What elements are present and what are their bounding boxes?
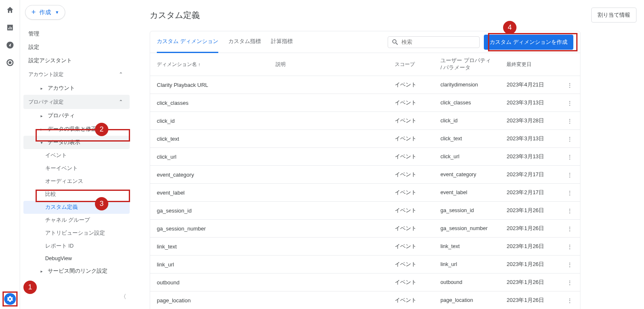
sidebar-subitem-比較[interactable]: 比較 [23, 188, 130, 201]
sidebar-subitem-DebugView[interactable]: DebugView [23, 253, 130, 264]
plus-icon: + [31, 8, 36, 17]
cell-name: click_url [150, 148, 269, 166]
nav-rail [0, 0, 20, 309]
sidebar-subitem-カスタム定義[interactable]: カスタム定義 [23, 201, 130, 214]
create-dimension-button[interactable]: カスタム ディメンションを作成 [484, 35, 573, 50]
cell-name: click_text [150, 130, 269, 148]
cell-desc [269, 202, 388, 220]
annotation-badge-4: 4 [503, 21, 516, 34]
cell-prop: click_text [434, 130, 500, 148]
sidebar-item-1[interactable]: 設定 [23, 41, 130, 54]
home-icon[interactable] [5, 5, 15, 15]
sidebar-subitem-レポート ID[interactable]: レポート ID [23, 240, 130, 253]
tab-calculated-metrics[interactable]: 計算指標 [271, 31, 293, 53]
col-header-property[interactable]: ユーザー プロパティ / パラメータ [434, 53, 500, 76]
advertising-icon[interactable] [5, 58, 15, 68]
cell-name: click_id [150, 112, 269, 130]
cell-scope: イベント [388, 274, 434, 291]
row-menu-icon[interactable]: ⋮ [560, 202, 580, 220]
caret-down-icon: ▼ [55, 10, 59, 15]
table-row: link_text イベント link_text 2023年1月26日 ⋮ [150, 238, 580, 256]
search-box[interactable] [388, 36, 480, 48]
sidebar-subitem-キーイベント[interactable]: キーイベント [23, 162, 130, 175]
chevron-up-icon: ⌃ [117, 98, 125, 106]
sidebar-subitem-オーディエンス[interactable]: オーディエンス [23, 175, 130, 188]
chevron-up-icon: ⌃ [117, 71, 125, 78]
table-row: click_url イベント click_url 2023年3月13日 ⋮ [150, 148, 580, 166]
sidebar-item-property[interactable]: ▸プロパティ [23, 109, 130, 122]
create-button[interactable]: + 作成 ▼ [25, 5, 65, 20]
table-row: page_location イベント page_location 2023年1月… [150, 291, 580, 309]
row-menu-icon[interactable]: ⋮ [560, 130, 580, 148]
cell-name: page_location [150, 291, 269, 309]
account-settings-section[interactable]: アカウント設定 ⌃ [23, 67, 130, 81]
row-menu-icon[interactable]: ⋮ [560, 220, 580, 238]
cell-prop: outbound [434, 274, 500, 291]
sidebar-subitem-チャネル グループ[interactable]: チャネル グループ [23, 214, 130, 227]
row-menu-icon[interactable]: ⋮ [560, 274, 580, 291]
table-row: link_url イベント link_url 2023年1月26日 ⋮ [150, 256, 580, 274]
cell-name: Clarity Playback URL [150, 76, 269, 94]
col-header-scope[interactable]: スコープ [388, 53, 434, 76]
annotation-badge-1: 1 [23, 281, 37, 294]
tab-custom-metrics[interactable]: カスタム指標 [228, 31, 261, 53]
cell-date: 2023年1月26日 [500, 274, 559, 291]
sidebar-item-0[interactable]: 管理 [23, 27, 130, 41]
row-menu-icon[interactable]: ⋮ [560, 256, 580, 274]
admin-gear-icon[interactable] [4, 293, 16, 305]
cell-date: 2023年4月21日 [500, 76, 559, 94]
definitions-card: カスタム ディメンション カスタム指標 計算指標 カスタム ディメンションを作成 [150, 31, 580, 309]
col-header-name[interactable]: ディメンション名 [150, 53, 269, 76]
sidebar-item-account[interactable]: ▸アカウント [23, 81, 130, 95]
cell-name: click_classes [150, 94, 269, 112]
cell-name: event_label [150, 184, 269, 202]
sidebar-item-service-links[interactable]: ▸サービス間のリンク設定 [23, 264, 130, 278]
row-menu-icon[interactable]: ⋮ [560, 94, 580, 112]
cell-date: 2023年1月26日 [500, 202, 559, 220]
cell-scope: イベント [388, 166, 434, 184]
cell-desc [269, 148, 388, 166]
sidebar-subitem-イベント[interactable]: イベント [23, 149, 130, 162]
property-settings-section[interactable]: プロパティ設定 ⌃ [23, 95, 130, 109]
cell-date: 2023年1月26日 [500, 291, 559, 309]
cell-desc [269, 130, 388, 148]
annotation-badge-2: 2 [95, 123, 108, 136]
row-menu-icon[interactable]: ⋮ [560, 166, 580, 184]
cell-scope: イベント [388, 130, 434, 148]
cell-name: link_url [150, 256, 269, 274]
table-row: outbound イベント outbound 2023年1月26日 ⋮ [150, 274, 580, 291]
arrow-right-icon: ▸ [38, 127, 44, 132]
cell-prop: ga_session_number [434, 220, 500, 238]
table-row: event_category イベント event_category 2023年… [150, 166, 580, 184]
row-menu-icon[interactable]: ⋮ [560, 184, 580, 202]
row-menu-icon[interactable]: ⋮ [560, 238, 580, 256]
sidebar-item-data-display[interactable]: ▾データの表示 [23, 136, 130, 149]
tab-custom-dimensions[interactable]: カスタム ディメンション [157, 31, 218, 53]
row-menu-icon[interactable]: ⋮ [560, 148, 580, 166]
col-header-date[interactable]: 最終変更日 [500, 53, 559, 76]
col-header-description[interactable]: 説明 [269, 53, 388, 76]
cell-scope: イベント [388, 76, 434, 94]
table-row: Clarity Playback URL イベント claritydimensi… [150, 76, 580, 94]
cell-desc [269, 256, 388, 274]
sidebar-item-2[interactable]: 設定アシスタント [23, 54, 130, 67]
row-menu-icon[interactable]: ⋮ [560, 112, 580, 130]
quota-info-button[interactable]: 割り当て情報 [591, 8, 636, 23]
cell-scope: イベント [388, 220, 434, 238]
table-row: click_text イベント click_text 2023年3月13日 ⋮ [150, 130, 580, 148]
arrow-down-icon: ▾ [38, 140, 44, 145]
explore-icon[interactable] [5, 40, 15, 50]
cell-name: outbound [150, 274, 269, 291]
arrow-right-icon: ▸ [38, 269, 44, 274]
cell-scope: イベント [388, 112, 434, 130]
row-menu-icon[interactable]: ⋮ [560, 291, 580, 309]
cell-name: link_text [150, 238, 269, 256]
collapse-sidebar-icon[interactable]: 〈 [120, 293, 126, 301]
sidebar-item-data-collection[interactable]: ▸データの収集と修正 [23, 122, 130, 136]
sidebar-subitem-アトリビューション設定[interactable]: アトリビューション設定 [23, 227, 130, 240]
cell-prop: link_text [434, 238, 500, 256]
row-menu-icon[interactable]: ⋮ [560, 76, 580, 94]
main-content: カスタム定義 割り当て情報 カスタム ディメンション カスタム指標 計算指標 カ… [133, 0, 644, 309]
reports-icon[interactable] [5, 23, 15, 33]
search-input[interactable] [401, 39, 476, 45]
